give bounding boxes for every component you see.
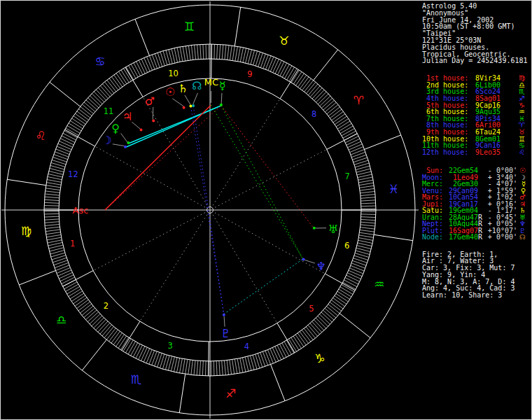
degree-tick [349,144,362,150]
degree-tick [120,337,128,350]
degree-tick [335,116,346,125]
degree-tick [342,285,354,292]
degree-tick [284,342,291,354]
degree-tick [177,48,180,62]
degree-tick [64,131,77,138]
degree-tick [351,152,365,157]
degree-tick [123,339,131,351]
planet-label: Node: [422,234,443,241]
degree-tick [45,224,59,225]
degree-tick [144,349,149,362]
degree-tick [134,63,141,76]
degree-tick [361,214,376,215]
degree-tick [240,48,243,62]
degree-tick [58,270,71,276]
retrograde-flag: R [478,234,482,241]
sign-glyph-aries: ♈ [354,93,364,107]
planet-glyph-mars: ♂ [145,94,155,108]
degree-tick [360,230,374,232]
degree-tick [136,345,142,358]
degree-tick [147,57,153,70]
degree-tick [64,282,77,289]
degree-tick [227,360,228,375]
house-number-10: 10 [168,69,178,78]
degree-tick [240,358,243,373]
degree-tick [203,44,204,59]
degree-tick [71,293,84,302]
planet-point-jupiter [139,129,142,132]
degree-tick [200,361,200,376]
degree-tick [358,177,373,180]
degree-tick [262,351,267,365]
sign-glyph-pisces: ♓ [388,182,399,196]
degree-tick [358,238,373,241]
degree-tick [238,47,241,62]
degree-tick [197,45,199,59]
aspect-line-venus-mercury [129,106,221,144]
degree-tick [234,359,237,374]
degree-tick [158,52,162,66]
degree-tick [345,136,358,143]
degree-tick [77,111,89,120]
degree-tick [216,361,217,376]
degree-tick [139,346,145,360]
planet-point-mars [152,119,155,122]
degree-tick [118,336,127,348]
degree-tick [224,360,225,375]
sign-glyph-virgo: ♍ [21,224,31,238]
degree-tick [272,348,279,361]
degree-tick [275,346,281,360]
degree-tick [354,158,368,162]
degree-tick [300,332,308,344]
sign-boundary-line [271,365,285,401]
degree-tick [360,222,375,223]
degree-tick [118,71,127,84]
sign-boundary-line [234,7,240,46]
degree-tick [54,155,68,160]
degree-tick [188,46,190,60]
degree-tick [44,202,59,203]
planet-pointer-mercury [221,93,222,104]
degree-tick [360,225,375,226]
house-cusp-dotted-line [213,99,280,205]
planet-velocity: + 0°00' [486,234,517,241]
degree-tick [358,180,373,183]
planet-pointer-moon [113,144,125,146]
degree-tick [152,351,157,365]
degree-tick [278,62,284,75]
degree-tick [55,265,69,271]
planet-pointer-mars [153,107,153,120]
planet-point-saturn [189,105,192,108]
degree-tick [191,360,192,375]
degree-tick [188,360,190,374]
astrolog-window: ♈♉♊♋♌♍♎♏♐♑♒♓123456789101112☉☽☿♀♂♃♄♅♆♇☊As… [0,0,532,420]
degree-tick [141,347,147,360]
degree-tick [60,275,74,281]
degree-tick [277,345,284,358]
house-number-12: 12 [68,169,78,179]
degree-tick [361,200,376,201]
house-cusp-segment [280,69,298,98]
sign-boundary-line [82,340,106,370]
planet-point-pluto [223,314,225,316]
degree-tick [128,342,135,354]
degree-tick [146,349,152,363]
degree-tick [59,272,72,279]
degree-tick [219,361,220,376]
sign-boundary-line [7,179,46,185]
degree-tick [217,44,218,59]
degree-tick [152,55,157,69]
zodiac-sign-icon: ♌ [519,149,525,156]
degree-tick [268,57,274,70]
degree-tick [360,188,374,190]
julian-day: Julian Day = 2452439.6181 [422,57,530,64]
degree-tick [46,232,61,234]
degree-tick [74,295,85,304]
degree-tick [348,141,361,148]
stat-line: Learn: 10, Share: 3 [422,292,530,299]
sign-glyph-gemini: ♊ [184,20,195,34]
house-number-6: 6 [344,241,349,251]
degree-tick [345,278,358,284]
degree-tick [47,237,62,240]
degree-tick [75,113,87,122]
